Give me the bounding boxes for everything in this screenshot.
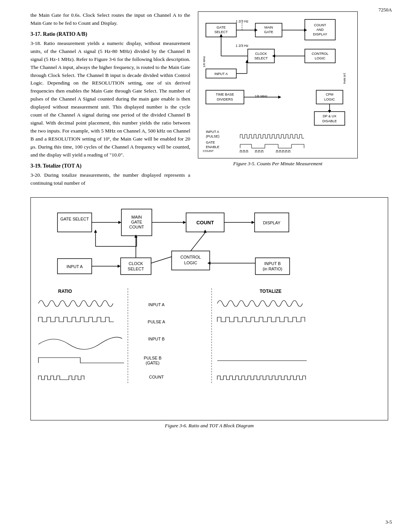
svg-text:DISPLAY: DISPLAY bbox=[313, 32, 327, 36]
top-section: the Main Gate for 0.6s. Clock Select rou… bbox=[30, 11, 388, 190]
svg-text:COUNT: COUNT bbox=[314, 23, 326, 27]
svg-text:INPUT A: INPUT A bbox=[215, 72, 228, 76]
figure-36-box: GATE SELECT MAIN GATE COUNT COUNT bbox=[30, 197, 388, 420]
svg-text:INPUT B: INPUT B bbox=[264, 261, 280, 266]
svg-text:(GATE): (GATE) bbox=[146, 361, 159, 365]
svg-text:SELECT: SELECT bbox=[254, 56, 268, 60]
page-number-bottom: 3-5 bbox=[386, 519, 392, 525]
svg-text:PULSE B: PULSE B bbox=[144, 356, 161, 360]
svg-text:1 2/3 Hz: 1 2/3 Hz bbox=[236, 44, 249, 48]
intro-paragraph: the Main Gate for 0.6s. Clock Select rou… bbox=[30, 11, 190, 27]
svg-text:PULSE A: PULSE A bbox=[148, 320, 166, 324]
svg-line-90 bbox=[191, 233, 205, 251]
svg-rect-20 bbox=[305, 49, 335, 63]
figure-35-box: GATE SELECT MAIN GATE COUNT AND DISPLAY bbox=[198, 11, 358, 158]
section-319-body: 3-20. During totalize measurements, the … bbox=[30, 171, 190, 187]
svg-text:(PULSE): (PULSE) bbox=[206, 134, 220, 138]
svg-text:COUNT: COUNT bbox=[129, 225, 144, 229]
svg-rect-46 bbox=[314, 112, 345, 125]
svg-text:1 2/3 Hz: 1 2/3 Hz bbox=[236, 19, 249, 23]
svg-text:(DISPLAY=: (DISPLAY= bbox=[203, 152, 218, 153]
svg-marker-65 bbox=[183, 221, 186, 224]
svg-marker-85 bbox=[134, 235, 137, 238]
svg-marker-33 bbox=[245, 60, 249, 63]
svg-marker-13 bbox=[304, 29, 307, 32]
svg-marker-91 bbox=[204, 230, 207, 233]
figure-35-container: GATE SELECT MAIN GATE COUNT AND DISPLAY bbox=[198, 11, 358, 190]
svg-text:MAIN: MAIN bbox=[131, 215, 142, 219]
svg-text:DP & UX: DP & UX bbox=[323, 114, 336, 118]
left-text-column: the Main Gate for 0.6s. Clock Select rou… bbox=[30, 11, 190, 190]
svg-marker-69 bbox=[252, 221, 255, 224]
svg-text:GATE: GATE bbox=[264, 30, 273, 34]
svg-text:RATIO: RATIO bbox=[58, 289, 72, 294]
svg-text:CLOCK: CLOCK bbox=[129, 261, 143, 266]
svg-text:GATE: GATE bbox=[131, 220, 142, 224]
svg-text:DIVIDERS: DIVIDERS bbox=[217, 97, 233, 101]
section-319-heading: 3-19. Totalize (TOT A) bbox=[30, 163, 190, 169]
svg-text:COUNT: COUNT bbox=[196, 220, 214, 225]
svg-text:AND: AND bbox=[316, 28, 324, 32]
figure-35-svg: GATE SELECT MAIN GATE COUNT AND DISPLAY bbox=[202, 16, 350, 153]
figure-35-caption: Figure 3-5. Counts Per Minute Measuremen… bbox=[198, 161, 358, 167]
svg-marker-80 bbox=[118, 265, 121, 268]
svg-text:TIME BASE: TIME BASE bbox=[216, 93, 234, 96]
svg-marker-74 bbox=[135, 246, 138, 249]
svg-text:INPUT A: INPUT A bbox=[148, 302, 165, 307]
figure-36-caption: Figure 3-6. Ratio and TOT A Block Diagra… bbox=[30, 423, 388, 429]
svg-text:TOTALIZE: TOTALIZE bbox=[260, 289, 282, 294]
svg-text:LOGIC: LOGIC bbox=[324, 97, 335, 101]
svg-text:INPUT A: INPUT A bbox=[206, 130, 219, 134]
svg-text:LOGIC: LOGIC bbox=[184, 260, 197, 265]
svg-text:DISABLE: DISABLE bbox=[322, 119, 337, 123]
page: 7250A the Main Gate for 0.6s. Clock Sele… bbox=[0, 0, 411, 532]
svg-text:SELECT: SELECT bbox=[214, 30, 228, 34]
svg-text:ENABLE: ENABLE bbox=[206, 145, 220, 149]
svg-text:GATE: GATE bbox=[217, 26, 226, 29]
page-id-top: 7250A bbox=[379, 7, 392, 13]
svg-text:CONTROL: CONTROL bbox=[312, 52, 328, 56]
svg-text:(in RATIO): (in RATIO) bbox=[263, 267, 282, 271]
svg-text:1/6 MHz: 1/6 MHz bbox=[343, 73, 346, 84]
svg-text:CPM: CPM bbox=[326, 93, 333, 96]
svg-text:COUNT: COUNT bbox=[149, 375, 164, 379]
svg-text:CONTROL: CONTROL bbox=[180, 255, 201, 259]
bottom-section: GATE SELECT MAIN GATE COUNT COUNT bbox=[30, 197, 388, 429]
svg-text:SELECT: SELECT bbox=[128, 267, 144, 271]
svg-marker-96 bbox=[207, 262, 210, 265]
svg-text:GATE SELECT: GATE SELECT bbox=[61, 217, 89, 221]
svg-text:1/6 MHz: 1/6 MHz bbox=[255, 94, 268, 98]
svg-marker-40 bbox=[278, 96, 281, 99]
svg-text:INPUT A: INPUT A bbox=[67, 264, 83, 269]
svg-text:CLOCK: CLOCK bbox=[255, 52, 267, 56]
section-317-body: 3-18. Ratio measurement yields a numeric… bbox=[30, 40, 190, 159]
svg-rect-17 bbox=[248, 49, 274, 63]
svg-marker-76 bbox=[94, 230, 97, 233]
svg-text:DISPLAY: DISPLAY bbox=[263, 220, 280, 225]
svg-marker-27 bbox=[272, 54, 275, 58]
svg-rect-81 bbox=[121, 258, 151, 275]
svg-marker-25 bbox=[220, 34, 223, 37]
svg-text:MAIN: MAIN bbox=[264, 26, 273, 29]
svg-marker-11 bbox=[255, 29, 258, 32]
section-317-heading: 3-17. Ratio (RATIO A/B) bbox=[30, 31, 190, 37]
svg-rect-92 bbox=[255, 258, 290, 275]
svg-rect-56 bbox=[57, 213, 92, 232]
svg-text:GATE: GATE bbox=[206, 141, 215, 144]
svg-text:LOGIC: LOGIC bbox=[315, 56, 326, 60]
svg-text:INPUT B: INPUT B bbox=[148, 337, 164, 341]
svg-marker-59 bbox=[118, 221, 121, 224]
figure-36-svg: GATE SELECT MAIN GATE COUNT COUNT bbox=[35, 201, 392, 415]
svg-line-86 bbox=[151, 257, 172, 263]
svg-text:1/6 MHz: 1/6 MHz bbox=[202, 56, 206, 67]
